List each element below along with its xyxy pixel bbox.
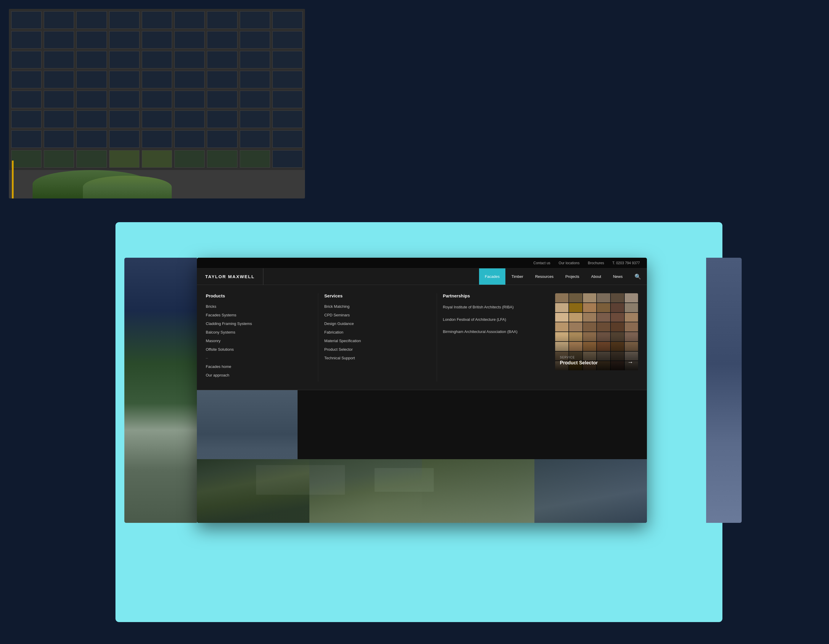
browser-window: Contact us Our locations Brochures T. 02…: [197, 258, 647, 523]
featured-panel[interactable]: Service Product Selector →: [555, 293, 638, 382]
menu-technical-support[interactable]: Technical Support: [324, 356, 430, 360]
menu-riba[interactable]: Royal Institute of British Architects (R…: [443, 304, 549, 310]
nav-news[interactable]: News: [607, 268, 629, 285]
partnerships-column-title: Partnerships: [443, 293, 549, 298]
search-button[interactable]: 🔍: [629, 268, 647, 285]
mega-menu: Products Bricks Facades Systems Cladding…: [197, 285, 647, 390]
menu-brick-matching[interactable]: Brick Matching: [324, 304, 430, 309]
menu-offsite-solutions[interactable]: Offsite Solutions: [206, 347, 312, 352]
menu-baa[interactable]: Birmingham Architectural Association (BA…: [443, 329, 549, 335]
nav-resources[interactable]: Resources: [529, 268, 559, 285]
products-column: Products Bricks Facades Systems Cladding…: [206, 293, 318, 382]
side-image-right: [706, 258, 742, 523]
products-column-title: Products: [206, 293, 312, 298]
menu-divider: –: [206, 356, 312, 360]
nav-about[interactable]: About: [585, 268, 607, 285]
nav-timber[interactable]: Timber: [505, 268, 529, 285]
services-column-title: Services: [324, 293, 430, 298]
menu-facades-systems[interactable]: Facades Systems: [206, 313, 312, 317]
menu-material-spec[interactable]: Material Specification: [324, 339, 430, 343]
menu-facades-home[interactable]: Facades home: [206, 365, 312, 369]
featured-caption: Service Product Selector →: [555, 351, 638, 370]
phone-number: T. 0203 794 9377: [612, 261, 640, 265]
nav-facades[interactable]: Facades: [479, 268, 506, 285]
contact-us-link[interactable]: Contact us: [533, 261, 550, 265]
building-image: [9, 9, 305, 199]
main-nav: TAYLOR MAXWELL Facades Timber Resources …: [197, 268, 647, 285]
city-aerial-strip: [197, 459, 647, 523]
our-locations-link[interactable]: Our locations: [559, 261, 580, 265]
featured-title: Product Selector: [560, 360, 598, 365]
menu-our-approach[interactable]: Our approach: [206, 373, 312, 377]
side-image-left: [125, 258, 197, 523]
nav-items: Facades Timber Resources Projects About …: [479, 268, 647, 285]
menu-lfa[interactable]: London Festival of Architecture (LFA): [443, 317, 549, 323]
partnerships-column: Partnerships Royal Institute of British …: [437, 293, 555, 382]
brochures-link[interactable]: Brochures: [588, 261, 604, 265]
utility-bar: Contact us Our locations Brochures T. 02…: [197, 258, 647, 268]
menu-bricks[interactable]: Bricks: [206, 304, 312, 309]
menu-cpd-seminars[interactable]: CPD Seminars: [324, 313, 430, 317]
menu-balcony-systems[interactable]: Balcony Systems: [206, 330, 312, 335]
menu-design-guidance[interactable]: Design Guidance: [324, 321, 430, 326]
menu-fabrication[interactable]: Fabrication: [324, 330, 430, 335]
brand-logo[interactable]: TAYLOR MAXWELL: [197, 268, 263, 285]
services-column: Services Brick Matching CPD Seminars Des…: [318, 293, 437, 382]
featured-label: Service: [560, 356, 633, 359]
nav-projects[interactable]: Projects: [559, 268, 585, 285]
menu-masonry[interactable]: Masonry: [206, 339, 312, 343]
brick-image: Service Product Selector →: [555, 293, 638, 370]
menu-cladding-framing[interactable]: Cladding Framing Systems: [206, 321, 312, 326]
menu-product-selector[interactable]: Product Selector: [324, 347, 430, 352]
featured-arrow: →: [627, 359, 633, 366]
